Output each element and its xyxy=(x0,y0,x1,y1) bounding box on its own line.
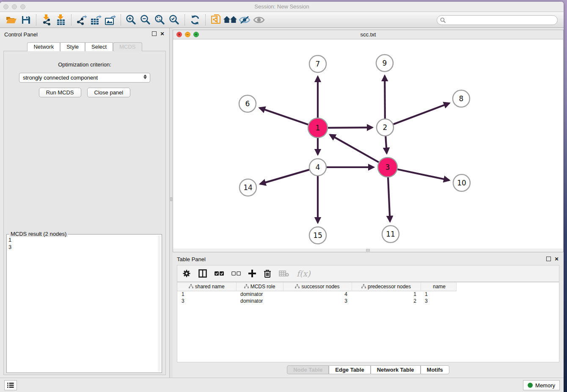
main-toolbar xyxy=(0,12,564,28)
graph-node-4[interactable]: 4 xyxy=(309,159,326,176)
edge-2-9[interactable] xyxy=(385,76,385,119)
svg-text:7: 7 xyxy=(316,60,320,68)
graph-node-6[interactable]: 6 xyxy=(239,95,256,112)
table-row[interactable]: 3dominator323 xyxy=(177,298,465,304)
export-image-icon[interactable] xyxy=(103,14,118,26)
node-table: shared nameMCDS rolesuccessor nodesprede… xyxy=(177,282,559,362)
edge-3-10[interactable] xyxy=(397,169,449,180)
import-network-icon[interactable] xyxy=(39,14,54,26)
tab-network-table[interactable]: Network Table xyxy=(371,365,421,374)
edge-1-6[interactable] xyxy=(259,108,308,124)
add-column-icon[interactable] xyxy=(248,270,256,277)
tab-style[interactable]: Style xyxy=(60,42,85,51)
network-hscroll-handle[interactable] xyxy=(366,249,370,251)
import-table-icon[interactable] xyxy=(54,14,68,26)
tab-edge-table[interactable]: Edge Table xyxy=(329,365,370,374)
search-box[interactable] xyxy=(437,15,558,25)
zoom-in-icon[interactable] xyxy=(124,14,138,26)
splitter-handle[interactable] xyxy=(170,197,172,201)
hide-result-icon[interactable] xyxy=(237,14,252,26)
graph-node-7[interactable]: 7 xyxy=(309,55,326,72)
table-tabs: Node TableEdge TableNetwork TableMotifs xyxy=(173,365,564,374)
zoom-fit-icon[interactable] xyxy=(153,14,167,26)
graph-node-1[interactable]: 1 xyxy=(308,118,328,138)
graph-node-9[interactable]: 9 xyxy=(376,55,393,72)
graph-node-10[interactable]: 10 xyxy=(453,174,470,191)
function-builder-icon[interactable]: f(x) xyxy=(297,269,311,278)
mcds-result-text: 1 3 xyxy=(8,236,157,371)
svg-text:8: 8 xyxy=(459,94,464,103)
cell-shared-name[interactable]: 3 xyxy=(177,298,236,304)
network-hscrollbar[interactable] xyxy=(173,248,563,252)
cell-successor-nodes[interactable]: 4 xyxy=(283,291,352,298)
zoom-selected-icon[interactable] xyxy=(167,14,182,26)
mcds-result-box: MCDS result (2 nodes) 1 3 xyxy=(6,234,162,373)
control-panel-float-icon[interactable] xyxy=(152,31,157,36)
export-table-icon[interactable] xyxy=(89,14,103,26)
table-panel-float-icon[interactable] xyxy=(546,257,551,261)
toolbar-separator xyxy=(205,14,206,25)
delete-column-icon[interactable] xyxy=(264,269,271,278)
edge-4-14[interactable] xyxy=(260,170,309,184)
toolbar-separator xyxy=(184,14,185,25)
edge-2-3[interactable] xyxy=(385,136,387,153)
delete-table-icon[interactable] xyxy=(279,270,289,277)
list-icon xyxy=(7,382,14,388)
panel-splitter[interactable] xyxy=(170,28,173,379)
graph-node-11[interactable]: 11 xyxy=(382,226,399,243)
graph-node-8[interactable]: 8 xyxy=(453,90,470,107)
cell-MCDS-role[interactable]: dominator xyxy=(236,291,283,298)
close-panel-button[interactable]: Close panel xyxy=(87,88,131,97)
search-input[interactable] xyxy=(448,17,557,23)
open-folder-icon[interactable] xyxy=(4,14,19,26)
deselect-all-icon[interactable] xyxy=(231,271,241,276)
column-header-MCDS-role[interactable]: MCDS role xyxy=(236,282,283,291)
export-network-icon[interactable] xyxy=(74,14,89,26)
graph-node-2[interactable]: 2 xyxy=(377,119,394,136)
tab-mcds[interactable]: MCDS xyxy=(113,42,142,51)
optimization-criterion-label: Optimization criterion: xyxy=(4,61,165,68)
graph-node-3[interactable]: 3 xyxy=(378,157,397,177)
tab-select[interactable]: Select xyxy=(85,42,113,51)
edge-1-2[interactable] xyxy=(328,127,372,128)
table-panel-close-icon[interactable]: ✕ xyxy=(554,257,559,262)
cell-name[interactable]: 1 xyxy=(421,291,456,298)
column-view-icon[interactable] xyxy=(198,269,207,278)
cell-name[interactable]: 3 xyxy=(421,298,456,304)
edge-3-1[interactable] xyxy=(330,135,379,162)
toolbar-separator xyxy=(71,14,72,25)
tab-motifs[interactable]: Motifs xyxy=(421,365,449,374)
table-row[interactable]: 1dominator411 xyxy=(177,291,465,298)
tab-network[interactable]: Network xyxy=(27,42,60,51)
clone-network-icon[interactable] xyxy=(209,14,223,26)
graph-node-14[interactable]: 14 xyxy=(239,179,256,196)
criterion-dropdown[interactable]: strongly connected component xyxy=(19,73,150,83)
column-header-successor-nodes[interactable]: successor nodes xyxy=(283,282,352,291)
result-scrollbar[interactable] xyxy=(158,235,161,372)
show-result-icon[interactable] xyxy=(252,14,266,26)
network-window-titlebar: × − + scc.txt xyxy=(173,30,563,39)
edge-2-8[interactable] xyxy=(394,103,449,124)
tab-node-table[interactable]: Node Table xyxy=(287,365,329,374)
column-header-predecessor-nodes[interactable]: predecessor nodes xyxy=(352,282,421,291)
cell-predecessor-nodes[interactable]: 1 xyxy=(352,291,421,298)
network-canvas[interactable]: 7968124314101511 xyxy=(173,39,563,248)
task-history-button[interactable] xyxy=(4,380,17,390)
refresh-icon[interactable] xyxy=(188,14,202,26)
memory-button[interactable]: Memory xyxy=(523,380,560,390)
mcds-home-icon[interactable] xyxy=(223,14,237,26)
settings-gear-icon[interactable] xyxy=(182,269,191,278)
graph-node-15[interactable]: 15 xyxy=(309,227,326,244)
edge-3-11[interactable] xyxy=(388,177,390,221)
run-mcds-button[interactable]: Run MCDS xyxy=(39,88,81,97)
cell-successor-nodes[interactable]: 3 xyxy=(283,298,352,304)
control-panel-close-icon[interactable]: ✕ xyxy=(160,31,165,37)
column-header-shared-name[interactable]: shared name xyxy=(177,282,236,291)
cell-MCDS-role[interactable]: dominator xyxy=(236,298,283,304)
select-all-icon[interactable] xyxy=(215,271,224,276)
zoom-out-icon[interactable] xyxy=(138,14,153,26)
save-icon[interactable] xyxy=(19,14,33,26)
cell-predecessor-nodes[interactable]: 2 xyxy=(352,298,421,304)
column-header-name[interactable]: name xyxy=(421,282,456,291)
cell-shared-name[interactable]: 1 xyxy=(177,291,236,298)
